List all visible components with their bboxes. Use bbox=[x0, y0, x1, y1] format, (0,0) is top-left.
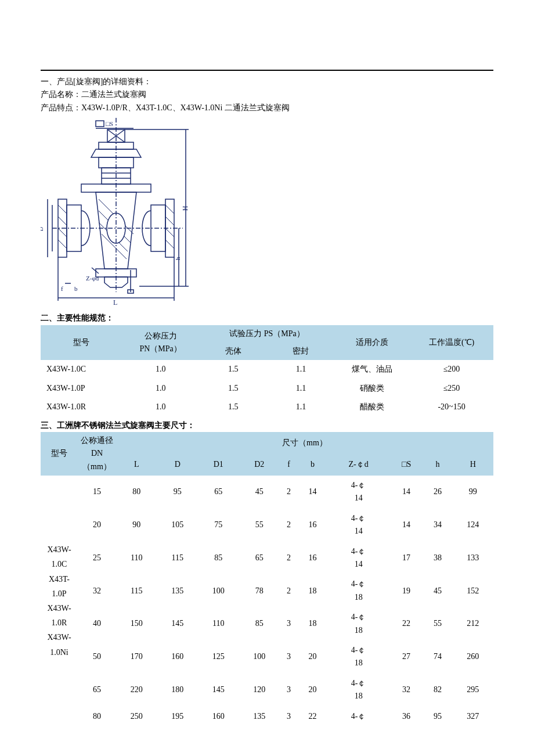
cell: X43W-1.0P bbox=[41, 379, 122, 398]
cell: 124 bbox=[452, 509, 493, 542]
cell: 14 bbox=[390, 509, 423, 542]
cell: 1.5 bbox=[199, 360, 267, 379]
cell: 32 bbox=[390, 674, 423, 707]
cell: 煤气、油品 bbox=[335, 360, 410, 379]
valve-diagram: □S bbox=[41, 118, 192, 309]
cell: 3 bbox=[280, 640, 298, 674]
th-medium: 适用介质 bbox=[335, 325, 410, 361]
svg-text:h: h bbox=[174, 257, 181, 260]
cell: 55 bbox=[423, 607, 453, 640]
cell: 120 bbox=[239, 674, 280, 707]
svg-line-21 bbox=[58, 240, 67, 249]
cell: 55 bbox=[239, 509, 280, 542]
cell: 100 bbox=[198, 574, 239, 607]
table-row: X43W-1.0C X43T-1.0P X43W-1.0R X43W-1.0Ni… bbox=[41, 476, 493, 509]
cell: 17 bbox=[390, 542, 423, 575]
cell: ≤200 bbox=[410, 360, 493, 379]
cell: 2 bbox=[280, 542, 298, 575]
cell: 40 bbox=[78, 607, 116, 640]
th-ps-group: 试验压力 PS（MPa） bbox=[199, 325, 334, 343]
cell: 4-￠14 bbox=[327, 476, 390, 509]
cell: 3 bbox=[280, 707, 298, 726]
table-row: 501701601251003204-￠182774260 bbox=[41, 640, 493, 674]
svg-text:b: b bbox=[74, 285, 78, 292]
cell: 65 bbox=[239, 542, 280, 575]
table-row: X43W-1.0C1.01.51.1煤气、油品≤200 bbox=[41, 360, 493, 379]
dimensions-table: 型号 公称通径 DN（mm） 尺寸（mm） L D D1 D2 f b Z-￠d… bbox=[41, 432, 493, 726]
cell: 45 bbox=[423, 574, 453, 607]
cell: 25 bbox=[78, 542, 116, 575]
cell: 115 bbox=[116, 574, 157, 607]
cell: 2 bbox=[280, 509, 298, 542]
cell: 3 bbox=[280, 674, 298, 707]
label-l: L bbox=[113, 298, 117, 307]
cell: X43W-1.0R bbox=[41, 398, 122, 416]
cell: 90 bbox=[116, 509, 157, 542]
th-seal: 密封 bbox=[267, 343, 335, 360]
cell: 105 bbox=[157, 509, 199, 542]
cell: 1.0 bbox=[122, 360, 199, 379]
table-row: 40150145110853184-￠182255212 bbox=[41, 607, 493, 640]
cell: 20 bbox=[298, 674, 327, 707]
cell: 65 bbox=[78, 674, 116, 707]
svg-line-24 bbox=[165, 228, 174, 237]
cell: 34 bbox=[423, 509, 453, 542]
cell: -20~150 bbox=[410, 398, 493, 416]
cell: 125 bbox=[198, 640, 239, 674]
cell: 1.1 bbox=[267, 398, 335, 416]
cell: 160 bbox=[157, 640, 199, 674]
cell: 27 bbox=[390, 640, 423, 674]
cell: ≤250 bbox=[410, 379, 493, 398]
cell: 1.0 bbox=[122, 398, 199, 416]
cell: 22 bbox=[390, 607, 423, 640]
cell: 22 bbox=[298, 707, 327, 726]
cell: 195 bbox=[157, 707, 199, 726]
cell: 14 bbox=[390, 476, 423, 509]
cell: 150 bbox=[116, 607, 157, 640]
cell: 38 bbox=[423, 542, 453, 575]
th-shell: 壳体 bbox=[199, 343, 267, 360]
section2-title: 二、主要性能规范： bbox=[41, 312, 493, 325]
table-row: X43W-1.0P1.01.51.1硝酸类≤250 bbox=[41, 379, 493, 398]
cell: 硝酸类 bbox=[335, 379, 410, 398]
cell: 1.0 bbox=[122, 379, 199, 398]
cell: 135 bbox=[239, 707, 280, 726]
cell: 1.5 bbox=[199, 379, 267, 398]
cell: 170 bbox=[116, 640, 157, 674]
th-dn: 公称通径 DN（mm） bbox=[78, 432, 116, 476]
cell: 18 bbox=[298, 607, 327, 640]
cell: 80 bbox=[116, 476, 157, 509]
cell: 152 bbox=[452, 574, 493, 607]
cell: 75 bbox=[198, 509, 239, 542]
cell: 32 bbox=[78, 574, 116, 607]
cell: 160 bbox=[198, 707, 239, 726]
cell: 50 bbox=[78, 640, 116, 674]
svg-text:D: D bbox=[41, 227, 44, 231]
cell: 74 bbox=[423, 640, 453, 674]
th-dim-group: 尺寸（mm） bbox=[116, 432, 493, 454]
svg-line-22 bbox=[165, 205, 174, 214]
svg-line-18 bbox=[58, 205, 67, 214]
intro-line-1: 一、产品[旋塞阀]的详细资料： bbox=[41, 75, 493, 88]
cell: 15 bbox=[78, 476, 116, 509]
cell: 99 bbox=[452, 476, 493, 509]
cell: 2 bbox=[280, 574, 298, 607]
table-row: 2511011585652164-￠141738133 bbox=[41, 542, 493, 575]
cell: 2 bbox=[280, 476, 298, 509]
section3-title: 三、工洲牌不锈钢法兰式旋塞阀主要尺寸： bbox=[41, 419, 493, 432]
cell: 85 bbox=[198, 542, 239, 575]
intro-line-3: 产品特点：X43W-1.0P/R、X43T-1.0C、X43W-1.0Ni 二通… bbox=[41, 102, 493, 114]
svg-line-20 bbox=[58, 228, 67, 237]
cell: 1.5 bbox=[199, 398, 267, 416]
cell: 82 bbox=[423, 674, 453, 707]
table-row: 32115135100782184-￠181945152 bbox=[41, 574, 493, 607]
svg-text:H: H bbox=[181, 206, 189, 211]
cell: 145 bbox=[198, 674, 239, 707]
cell: 95 bbox=[157, 476, 199, 509]
cell: 4-￠18 bbox=[327, 607, 390, 640]
cell: 36 bbox=[390, 707, 423, 726]
cell: 250 bbox=[116, 707, 157, 726]
svg-text:Z-φd: Z-φd bbox=[86, 275, 99, 282]
th-model: 型号 bbox=[41, 325, 122, 361]
cell: 85 bbox=[239, 607, 280, 640]
